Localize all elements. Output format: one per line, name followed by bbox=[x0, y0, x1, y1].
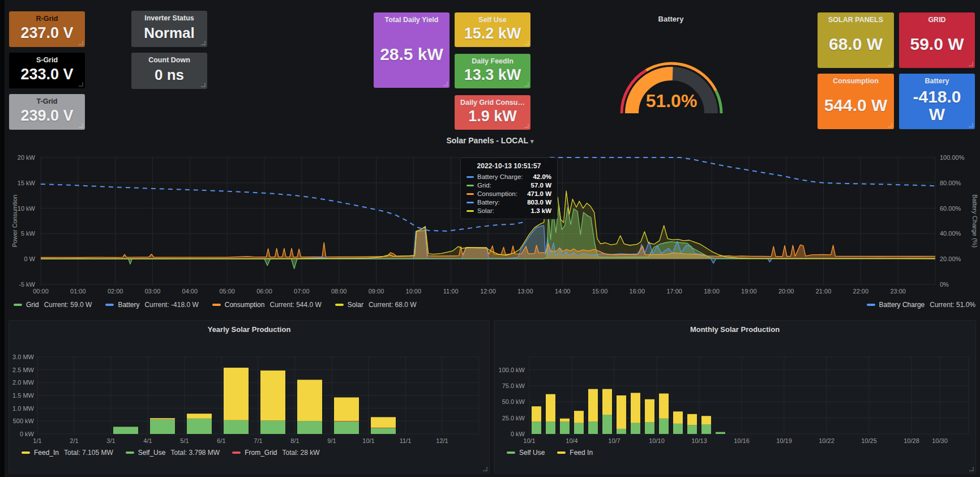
panel-resize-handle[interactable] bbox=[969, 62, 973, 66]
legend-item[interactable]: Self Use bbox=[507, 449, 545, 457]
legend-color-dash-icon bbox=[22, 452, 30, 454]
legend-label: Self_Use bbox=[138, 449, 166, 457]
svg-text:05:00: 05:00 bbox=[219, 288, 235, 295]
legend-item[interactable]: From_GridTotal: 28 kW bbox=[232, 449, 319, 457]
legend-label: Grid bbox=[26, 301, 39, 309]
svg-text:100.0 kW: 100.0 kW bbox=[499, 367, 525, 373]
panel-count-down: Count Down 0 ns bbox=[131, 53, 207, 89]
svg-text:15 kW: 15 kW bbox=[18, 180, 36, 186]
tooltip-row: Battery Charge:42.0% bbox=[467, 173, 551, 180]
svg-text:10/28: 10/28 bbox=[904, 437, 919, 444]
panel-resize-handle[interactable] bbox=[483, 467, 487, 471]
svg-text:20 kW: 20 kW bbox=[18, 154, 36, 161]
series-color-dash-icon bbox=[467, 185, 474, 186]
legend-item[interactable]: Feed_InTotal: 7.105 MW bbox=[22, 449, 113, 457]
svg-text:07:00: 07:00 bbox=[294, 288, 310, 295]
svg-text:40.00%: 40.00% bbox=[940, 230, 961, 237]
svg-text:100.00%: 100.00% bbox=[940, 154, 965, 161]
panel-resize-handle[interactable] bbox=[79, 123, 83, 128]
legend-item[interactable]: Self_UseTotal: 3.798 MW bbox=[126, 449, 220, 457]
stat-value: 0 ns bbox=[131, 65, 207, 89]
tooltip-row: Solar:1.3 kW bbox=[467, 207, 551, 214]
svg-text:10/1: 10/1 bbox=[523, 437, 535, 444]
svg-text:20:00: 20:00 bbox=[778, 288, 794, 295]
tooltip-series-label: Battery: bbox=[477, 199, 521, 206]
tooltip-series-value: 803.0 W bbox=[527, 199, 551, 206]
chart-tooltip: 2022-10-13 10:51:57 Battery Charge:42.0%… bbox=[460, 157, 558, 219]
stat-value: 237.0 V bbox=[9, 23, 85, 47]
panel-total-daily-yield: Total Daily Yield 28.5 kW bbox=[374, 12, 450, 88]
svg-text:13:00: 13:00 bbox=[517, 288, 533, 295]
tooltip-row: Battery:803.0 W bbox=[467, 199, 551, 206]
legend-label: Solar bbox=[348, 301, 363, 309]
svg-text:9/1: 9/1 bbox=[327, 437, 336, 444]
dashboard: R-Grid 237.0 V S-Grid 233.0 V T-Grid 239… bbox=[0, 0, 980, 477]
svg-text:5 kW: 5 kW bbox=[21, 230, 36, 237]
svg-text:10/1: 10/1 bbox=[362, 437, 374, 444]
svg-text:22:00: 22:00 bbox=[853, 288, 869, 295]
legend-item[interactable]: Battery ChargeCurrent: 51.0% bbox=[867, 301, 975, 309]
legend-stat: Current: 59.0 W bbox=[44, 301, 92, 309]
svg-text:10/13: 10/13 bbox=[691, 437, 707, 444]
svg-text:2/1: 2/1 bbox=[70, 437, 78, 444]
panel-resize-handle[interactable] bbox=[79, 41, 83, 45]
monthly-chart-legend: Self UseFeed In bbox=[507, 449, 593, 457]
panel-resize-handle[interactable] bbox=[969, 123, 973, 127]
panel-resize-handle[interactable] bbox=[888, 123, 892, 127]
stat-value: 28.5 kW bbox=[374, 24, 450, 88]
panel-resize-handle[interactable] bbox=[443, 82, 448, 86]
legend-color-dash-icon bbox=[557, 452, 566, 454]
svg-text:10:00: 10:00 bbox=[406, 288, 422, 295]
legend-color-dash-icon bbox=[507, 452, 515, 454]
svg-text:10 kW: 10 kW bbox=[18, 205, 36, 212]
legend-item[interactable]: BatteryCurrent: -418.0 W bbox=[105, 301, 198, 309]
tooltip-series-label: Grid: bbox=[477, 182, 525, 189]
panel-resize-handle[interactable] bbox=[969, 467, 974, 471]
legend-item[interactable]: Feed In bbox=[557, 449, 593, 457]
battery-gauge-title: Battery bbox=[577, 15, 764, 23]
main-chart-legend: GridCurrent: 59.0 WBatteryCurrent: -418.… bbox=[14, 301, 417, 309]
svg-text:6/1: 6/1 bbox=[217, 437, 225, 444]
panel-title: Daily FeedIn bbox=[455, 57, 530, 66]
legend-stat: Current: 544.0 W bbox=[269, 301, 321, 309]
legend-item[interactable]: ConsumptionCurrent: 544.0 W bbox=[212, 301, 322, 309]
yearly-solar-panel: Yearly Solar Production 0 kW500 kW1.0 MW… bbox=[8, 320, 490, 474]
panel-resize-handle[interactable] bbox=[524, 82, 529, 87]
panel-resize-handle[interactable] bbox=[201, 83, 206, 87]
panel-r-grid: R-Grid 237.0 V bbox=[9, 11, 85, 47]
svg-text:1.0 MW: 1.0 MW bbox=[12, 405, 35, 412]
svg-text:25.0 kW: 25.0 kW bbox=[502, 415, 525, 421]
svg-text:04:00: 04:00 bbox=[182, 288, 198, 295]
svg-text:06:00: 06:00 bbox=[256, 288, 272, 295]
panel-resize-handle[interactable] bbox=[79, 82, 83, 87]
svg-text:80.00%: 80.00% bbox=[940, 180, 961, 186]
stat-value: 544.0 W bbox=[818, 86, 894, 129]
stat-value: 239.0 V bbox=[9, 106, 85, 130]
panel-resize-handle[interactable] bbox=[888, 62, 892, 66]
svg-text:17:00: 17:00 bbox=[666, 288, 682, 295]
svg-text:4/1: 4/1 bbox=[143, 437, 152, 444]
tooltip-timestamp: 2022-10-13 10:51:57 bbox=[467, 162, 551, 170]
legend-color-dash-icon bbox=[126, 452, 134, 454]
panel-title: Self Use bbox=[455, 16, 530, 24]
panel-t-grid: T-Grid 239.0 V bbox=[9, 94, 85, 130]
panel-resize-handle[interactable] bbox=[201, 41, 206, 45]
series-color-dash-icon bbox=[467, 176, 474, 178]
panel-resize-handle[interactable] bbox=[524, 123, 529, 128]
panel-title: Total Daily Yield bbox=[374, 16, 450, 24]
svg-text:5/1: 5/1 bbox=[180, 437, 189, 444]
svg-text:01:00: 01:00 bbox=[70, 288, 86, 295]
svg-text:10/19: 10/19 bbox=[776, 437, 792, 444]
panel-consumption: Consumption 544.0 W bbox=[818, 74, 894, 129]
panel-battery: Battery -418.0 W bbox=[899, 74, 975, 129]
legend-item[interactable]: SolarCurrent: 68.0 W bbox=[335, 301, 417, 309]
svg-text:10/4: 10/4 bbox=[566, 437, 577, 444]
legend-item[interactable]: GridCurrent: 59.0 W bbox=[14, 301, 92, 309]
legend-stat: Current: 51.0% bbox=[930, 301, 975, 309]
panel-resize-handle[interactable] bbox=[524, 41, 529, 45]
legend-label: Feed In bbox=[570, 449, 593, 457]
legend-color-dash-icon bbox=[867, 304, 875, 306]
panel-title: Count Down bbox=[131, 56, 207, 65]
svg-text:12:00: 12:00 bbox=[480, 288, 496, 295]
legend-stat: Total: 3.798 MW bbox=[170, 449, 220, 457]
